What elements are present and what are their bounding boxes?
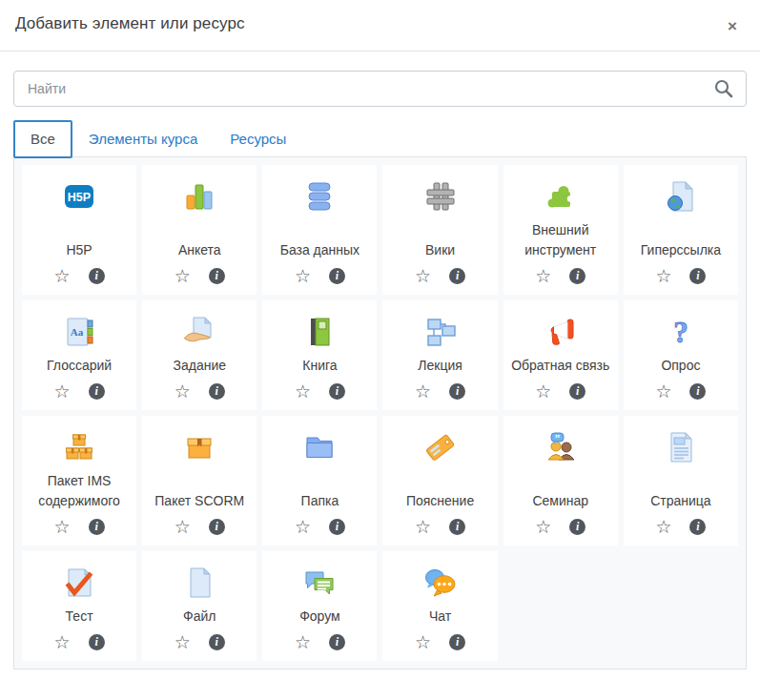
module-card-file[interactable]: Файл☆i — [142, 551, 257, 661]
card-actions: ☆i — [655, 262, 706, 285]
star-icon[interactable]: ☆ — [415, 518, 431, 536]
info-icon[interactable]: i — [209, 268, 225, 284]
module-label: Глоссарий — [46, 351, 113, 378]
module-card-h5p[interactable]: H5PH5P☆i — [22, 165, 136, 295]
info-icon[interactable]: i — [209, 383, 225, 400]
module-card-url[interactable]: Гиперссылка☆i — [624, 165, 738, 295]
external-tool-icon — [544, 177, 578, 216]
star-icon[interactable]: ☆ — [295, 518, 311, 536]
star-icon[interactable]: ☆ — [54, 382, 71, 401]
module-card-feedback[interactable]: Обратная связь☆i — [503, 300, 618, 410]
info-icon[interactable]: i — [449, 634, 465, 650]
card-actions: ☆i — [175, 628, 225, 651]
star-icon[interactable]: ☆ — [175, 633, 191, 651]
star-icon[interactable]: ☆ — [655, 382, 671, 401]
module-card-wiki[interactable]: Вики☆i — [382, 165, 497, 295]
star-icon[interactable]: ☆ — [295, 382, 311, 401]
tab-all[interactable]: Все — [13, 120, 72, 158]
info-icon[interactable]: i — [89, 519, 105, 535]
close-icon[interactable]: × — [720, 14, 745, 38]
card-actions: ☆i — [54, 628, 105, 651]
label-icon — [423, 428, 458, 466]
module-card-label[interactable]: Пояснение☆i — [382, 416, 497, 546]
module-card-quiz[interactable]: Тест☆i — [22, 551, 136, 661]
info-icon[interactable]: i — [209, 519, 225, 535]
star-icon[interactable]: ☆ — [175, 267, 191, 285]
database-icon — [302, 177, 337, 216]
folder-icon — [302, 428, 337, 466]
module-label: Страница — [649, 486, 711, 513]
module-card-survey[interactable]: Анкета☆i — [142, 165, 257, 295]
info-icon[interactable]: i — [689, 383, 706, 400]
info-icon[interactable]: i — [449, 383, 465, 400]
star-icon[interactable]: ☆ — [415, 382, 431, 401]
info-icon[interactable]: i — [569, 383, 585, 400]
ims-package-icon — [62, 428, 96, 466]
module-card-external-tool[interactable]: Внешний инструмент☆i — [503, 165, 618, 295]
info-icon[interactable]: i — [329, 383, 345, 400]
star-icon[interactable]: ☆ — [535, 267, 551, 285]
svg-text:?: ? — [673, 316, 688, 349]
module-label: Пакет IMS содержимого — [27, 466, 132, 513]
star-icon[interactable]: ☆ — [54, 518, 71, 536]
info-icon[interactable]: i — [449, 519, 465, 535]
star-icon[interactable]: ☆ — [415, 267, 431, 285]
module-label: Книга — [301, 351, 338, 378]
module-card-ims-package[interactable]: Пакет IMS содержимого☆i — [22, 416, 136, 546]
info-icon[interactable]: i — [329, 268, 345, 284]
module-card-glossary[interactable]: AaГлоссарий☆i — [22, 300, 136, 410]
module-card-forum[interactable]: Форум☆i — [262, 551, 377, 661]
info-icon[interactable]: i — [89, 634, 105, 650]
module-card-workshop[interactable]: ”Семинар☆i — [503, 416, 618, 546]
card-actions: ☆i — [175, 262, 225, 285]
tab-resources[interactable]: Ресурсы — [214, 120, 302, 157]
star-icon[interactable]: ☆ — [535, 382, 551, 401]
star-icon[interactable]: ☆ — [415, 633, 431, 651]
module-grid: H5PH5P☆iАнкета☆iБаза данных☆iВики☆iВнешн… — [13, 156, 747, 669]
module-card-choice[interactable]: ?Опрос☆i — [624, 300, 738, 410]
info-icon[interactable]: i — [89, 268, 105, 284]
info-icon[interactable]: i — [329, 634, 345, 650]
info-icon[interactable]: i — [569, 519, 585, 535]
file-icon — [182, 564, 216, 602]
star-icon[interactable]: ☆ — [295, 267, 311, 285]
star-icon[interactable]: ☆ — [295, 633, 311, 651]
info-icon[interactable]: i — [329, 519, 345, 535]
info-icon[interactable]: i — [569, 268, 585, 284]
info-icon[interactable]: i — [689, 519, 706, 535]
search-input[interactable] — [13, 71, 747, 107]
module-card-chat[interactable]: Чат☆i — [382, 551, 497, 661]
card-actions: ☆i — [175, 378, 225, 401]
star-icon[interactable]: ☆ — [175, 518, 191, 536]
module-card-database[interactable]: База данных☆i — [262, 165, 377, 295]
module-label: Форум — [298, 602, 341, 628]
card-actions: ☆i — [655, 513, 706, 536]
star-icon[interactable]: ☆ — [655, 518, 671, 536]
module-label: Вики — [424, 236, 456, 262]
module-label: Папка — [300, 486, 340, 513]
star-icon[interactable]: ☆ — [54, 267, 71, 285]
star-icon[interactable]: ☆ — [175, 382, 191, 401]
module-card-book[interactable]: Книга☆i — [262, 300, 377, 410]
h5p-icon: H5P — [62, 177, 96, 216]
star-icon[interactable]: ☆ — [535, 518, 551, 536]
info-icon[interactable]: i — [209, 634, 225, 650]
module-card-page[interactable]: Страница☆i — [624, 416, 738, 546]
svg-text:”: ” — [554, 432, 560, 443]
tab-activities[interactable]: Элементы курса — [72, 120, 214, 157]
star-icon[interactable]: ☆ — [54, 633, 71, 651]
module-card-assignment[interactable]: Задание☆i — [142, 300, 257, 410]
choice-icon: ? — [664, 313, 698, 351]
module-card-folder[interactable]: Папка☆i — [262, 416, 377, 546]
module-card-lesson[interactable]: Лекция☆i — [382, 300, 497, 410]
card-actions: ☆i — [54, 262, 105, 285]
chat-icon — [423, 564, 458, 602]
card-actions: ☆i — [415, 262, 465, 285]
info-icon[interactable]: i — [89, 383, 105, 400]
star-icon[interactable]: ☆ — [655, 267, 671, 285]
card-actions: ☆i — [175, 513, 225, 536]
info-icon[interactable]: i — [449, 268, 465, 284]
url-icon — [664, 177, 698, 216]
module-card-scorm-package[interactable]: Пакет SCORM☆i — [142, 416, 257, 546]
info-icon[interactable]: i — [689, 268, 706, 284]
